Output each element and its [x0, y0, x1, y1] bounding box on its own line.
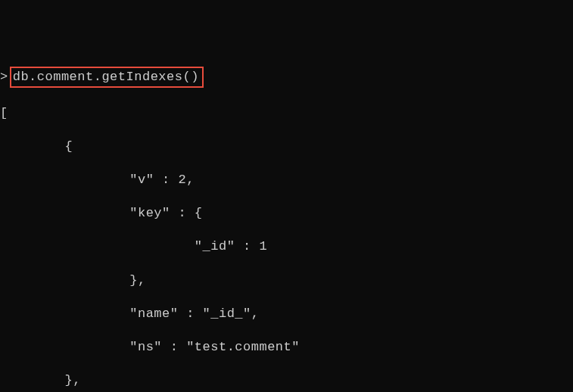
output-bracket-open: [	[0, 105, 573, 122]
command-prompt-line[interactable]: >db.comment.getIndexes()	[0, 67, 573, 88]
output-line: "_id" : 1	[0, 238, 573, 255]
output-line: {	[0, 138, 573, 155]
output-line: "name" : "_id_",	[0, 306, 573, 322]
output-line: },	[0, 272, 573, 289]
command-highlight-box: db.comment.getIndexes()	[10, 67, 204, 88]
output-line: "ns" : "test.comment"	[0, 339, 573, 356]
output-line: "key" : {	[0, 205, 573, 222]
output-line: "v" : 2,	[0, 172, 573, 188]
prompt-symbol: >	[0, 69, 8, 86]
command-text: db.comment.getIndexes()	[13, 70, 199, 84]
output-line: },	[0, 372, 573, 389]
